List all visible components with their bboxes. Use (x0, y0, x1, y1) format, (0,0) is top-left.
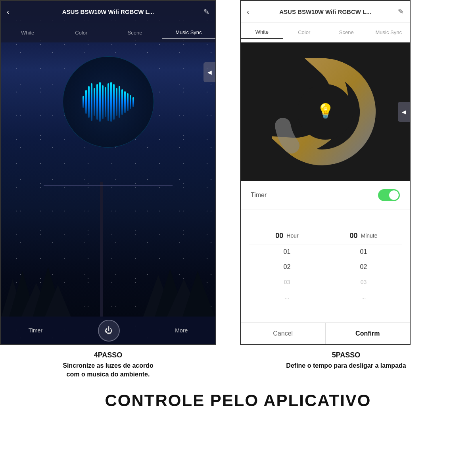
svg-text:💡: 💡 (317, 102, 334, 119)
right-edit-button[interactable]: ✎ (398, 7, 404, 16)
minute-row-2[interactable]: 03 (361, 274, 367, 290)
dial-container: 💡 ◀ (241, 42, 410, 181)
minute-header: 00 Minute (325, 232, 402, 240)
left-timer-label[interactable]: Timer (29, 327, 42, 334)
left-header-title: ASUS BSW10W Wifi RGBCW L... (62, 8, 154, 15)
hour-column: 01 02 03 ... (249, 244, 325, 305)
hour-row-0[interactable]: 01 (284, 244, 291, 259)
right-tab-musicsync[interactable]: Music Sync (368, 26, 410, 38)
time-picker-area: 00 Hour 00 Minute 01 02 03 ... (241, 209, 410, 322)
footer-title-text: CONTROLE PELO APLICATIVO (0, 391, 476, 410)
left-caption-desc: Sincronize as luzes de acordocom o music… (12, 361, 204, 379)
left-step-label: 4PASSO (12, 351, 204, 359)
left-back-button[interactable]: ‹ (7, 7, 10, 16)
left-header: ‹ ASUS BSW10W Wifi RGBCW L... ✎ (1, 1, 215, 23)
minute-row-1[interactable]: 02 (360, 259, 367, 274)
right-tab-scene[interactable]: Scene (325, 26, 368, 38)
minute-label: Minute (361, 232, 378, 239)
left-phone-screen: ‹ ASUS BSW10W Wifi RGBCW L... ✎ White Co… (0, 0, 216, 345)
right-back-button[interactable]: ‹ (247, 7, 250, 16)
footer-title: CONTROLE PELO APLICATIVO (0, 383, 476, 414)
hour-value: 00 (275, 232, 283, 240)
hour-row-3[interactable]: ... (285, 290, 290, 305)
confirm-button[interactable]: Confirm (326, 323, 410, 344)
right-caption-desc: Define o tempo para desligar a lampada (224, 361, 468, 370)
minute-value: 00 (349, 232, 357, 240)
left-more-label[interactable]: More (175, 327, 188, 334)
right-header-title: ASUS BSW10W Wifi RGBCW L... (279, 8, 371, 15)
time-picker-header: 00 Hour 00 Minute (249, 228, 402, 244)
left-tab-musicsync[interactable]: Music Sync (162, 26, 215, 39)
dial-ring[interactable]: 💡 (272, 58, 379, 165)
left-tab-scene[interactable]: Scene (108, 27, 162, 39)
right-timer-label: Timer (251, 192, 267, 199)
timer-row: Timer (241, 181, 410, 209)
left-tab-white[interactable]: White (1, 27, 54, 39)
minute-row-3[interactable]: ... (361, 290, 366, 305)
minute-row-0[interactable]: 01 (360, 244, 367, 259)
time-picker-rows: 01 02 03 ... 01 02 03 ... (249, 244, 402, 305)
hour-header: 00 Hour (249, 232, 325, 240)
left-tab-color[interactable]: Color (54, 27, 108, 39)
right-tabs: White Color Scene Music Sync (241, 23, 410, 42)
right-side-button[interactable]: ◀ (398, 102, 410, 122)
hour-label: Hour (286, 232, 298, 239)
left-tabs: White Color Scene Music Sync (1, 23, 215, 42)
music-circle (63, 56, 154, 148)
caption-left: 4PASSO Sincronize as luzes de acordocom … (0, 351, 216, 379)
hour-row-2[interactable]: 03 (284, 274, 290, 290)
right-header: ‹ ASUS BSW10W Wifi RGBCW L... ✎ (241, 1, 410, 23)
hour-row-1[interactable]: 02 (284, 259, 291, 274)
left-side-button[interactable]: ◀ (203, 62, 215, 82)
power-button[interactable]: ⏻ (98, 320, 120, 342)
caption-right: 5PASSO Define o tempo para desligar a la… (216, 351, 476, 379)
right-tab-white[interactable]: White (241, 26, 283, 39)
right-tab-color[interactable]: Color (283, 26, 326, 38)
left-bottom-bar: Timer ⏻ More (1, 317, 215, 344)
cancel-button[interactable]: Cancel (241, 323, 326, 344)
timer-toggle[interactable] (378, 189, 400, 201)
power-icon: ⏻ (105, 326, 113, 335)
captions-row: 4PASSO Sincronize as luzes de acordocom … (0, 345, 476, 383)
right-phone-screen: ‹ ASUS BSW10W Wifi RGBCW L... ✎ White Co… (240, 0, 411, 345)
bottom-actions: Cancel Confirm (241, 322, 410, 344)
minute-column: 01 02 03 ... (325, 244, 402, 305)
trees-silhouette (1, 247, 215, 319)
pole-wire (44, 185, 173, 186)
left-edit-button[interactable]: ✎ (203, 8, 209, 16)
right-step-label: 5PASSO (224, 351, 468, 359)
waveform (83, 82, 134, 122)
